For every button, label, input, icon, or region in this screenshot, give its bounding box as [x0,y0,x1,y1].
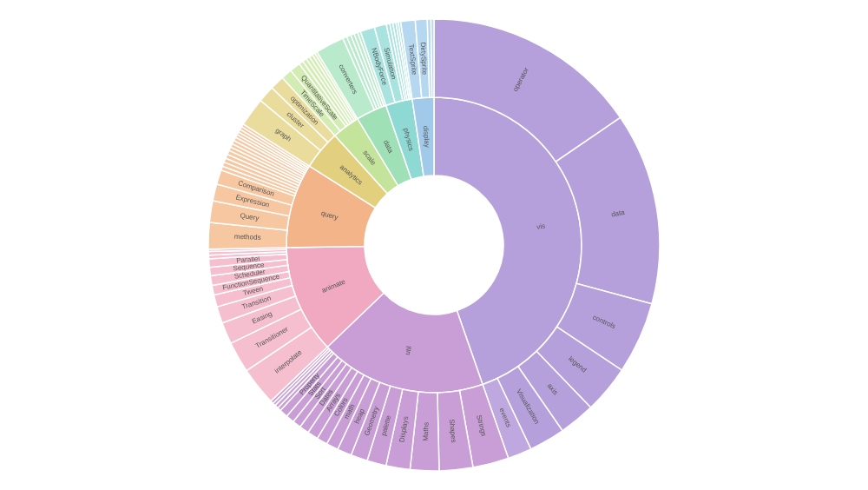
sunburst-chart[interactable]: visoperatordatacontrolslegendaxisVisuali… [0,0,868,490]
ring2-slice[interactable] [431,19,434,97]
